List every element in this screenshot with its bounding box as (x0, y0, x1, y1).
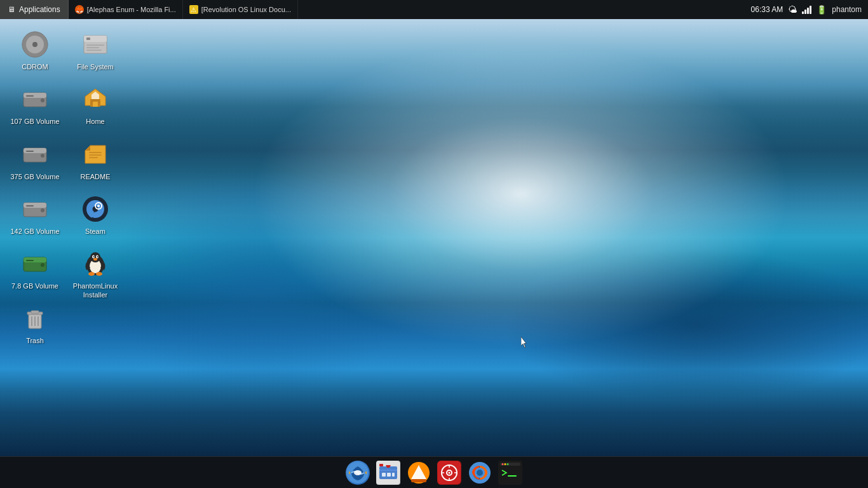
desktop-icon-cdrom[interactable]: CDROM (6, 25, 64, 75)
svg-rect-30 (86, 47, 99, 48)
142gb-icon (20, 194, 50, 224)
readme-label: README (80, 172, 110, 181)
107gb-label: 107 GB Volume (10, 117, 59, 126)
svg-rect-54 (382, 473, 386, 477)
trash-icon (20, 303, 50, 334)
svg-point-49 (96, 272, 102, 276)
svg-point-64 (449, 471, 451, 473)
dock-item-firefox[interactable] (465, 458, 494, 487)
107gb-icon (20, 84, 50, 114)
svg-rect-19 (26, 260, 34, 261)
app-menu-icon: 🖥 (8, 5, 15, 14)
svg-rect-28 (86, 37, 90, 40)
svg-point-71 (502, 463, 504, 465)
svg-point-10 (41, 154, 44, 158)
desktop-icon-trash[interactable]: Trash (6, 299, 64, 349)
filezilla-icon (376, 461, 400, 485)
svg-point-14 (41, 208, 44, 212)
signal-bar-3 (807, 8, 809, 14)
taskbar-left: 🖥 Applications 🦊 [Alephas Enum - Mozilla… (0, 0, 745, 19)
svg-rect-55 (387, 473, 391, 477)
filesystem-label: File System (77, 62, 113, 71)
desktop-area: CDROM 107 GB Volume (0, 19, 178, 456)
svg-rect-56 (392, 473, 395, 477)
375gb-icon (20, 139, 50, 170)
svg-point-48 (88, 272, 95, 276)
svg-point-42 (90, 252, 100, 262)
svg-rect-15 (26, 205, 34, 207)
desktop-icon-column-2: File System Home (67, 25, 124, 309)
username-label: phantom (832, 5, 862, 14)
taskbar-window-doc[interactable]: ⚠ [Revolution OS Linux Docu... (183, 0, 298, 19)
svg-rect-34 (89, 152, 102, 153)
svg-rect-7 (26, 95, 34, 97)
thunderbird-icon (346, 461, 370, 485)
cdrom-icon (20, 29, 50, 60)
firefox-window-label: [Alephas Enum - Mozilla Fi... (87, 6, 176, 13)
taskbar-top: 🖥 Applications 🦊 [Alephas Enum - Mozilla… (0, 0, 868, 19)
svg-point-68 (477, 470, 483, 476)
terminal-icon (498, 461, 522, 485)
desktop-icon-filesystem[interactable]: File System (67, 25, 124, 75)
svg-rect-60 (411, 479, 426, 482)
svg-rect-74 (508, 475, 517, 477)
dock-item-isomaster[interactable] (435, 458, 464, 487)
desktop-icon-107gb[interactable]: 107 GB Volume (6, 80, 64, 130)
taskbar-windows: 🦊 [Alephas Enum - Mozilla Fi... ⚠ [Revol… (69, 0, 745, 19)
desktop-icon-steam[interactable]: Steam (67, 190, 124, 240)
svg-rect-22 (31, 311, 39, 313)
dock-item-terminal[interactable] (496, 458, 525, 487)
svg-point-2 (32, 42, 37, 47)
svg-point-6 (41, 98, 44, 102)
dock-item-filezilla[interactable] (374, 458, 403, 487)
142gb-label: 142 GB Volume (10, 227, 59, 236)
desktop-icon-7gb[interactable]: 7.8 GB Volume (6, 245, 64, 294)
taskbar-window-firefox[interactable]: 🦊 [Alephas Enum - Mozilla Fi... (69, 0, 183, 19)
vlc-icon (407, 461, 431, 485)
dock (0, 456, 868, 488)
svg-rect-29 (86, 44, 104, 46)
svg-point-18 (41, 263, 44, 267)
app-menu-label: Applications (19, 5, 60, 14)
svg-point-45 (93, 256, 95, 257)
7gb-icon (20, 248, 50, 279)
isomaster-icon (437, 461, 461, 485)
7gb-label: 7.8 GB Volume (11, 281, 58, 290)
firefox-taskbar-icon: 🦊 (75, 5, 84, 14)
filesystem-icon (80, 29, 111, 60)
taskbar-time: 06:33 AM (751, 5, 783, 14)
dock-item-vlc[interactable] (404, 458, 433, 487)
375gb-label: 375 GB Volume (10, 172, 59, 181)
svg-point-51 (354, 470, 362, 475)
svg-point-72 (505, 463, 506, 465)
svg-point-73 (507, 463, 509, 465)
phantomlinux-label: PhantomLinux Installer (69, 281, 121, 300)
signal-bar-4 (810, 6, 811, 14)
desktop-icon-readme[interactable]: README (67, 135, 124, 185)
svg-rect-31 (86, 50, 102, 51)
desktop-icon-375gb[interactable]: 375 GB Volume (6, 135, 64, 185)
doc-taskbar-icon: ⚠ (189, 5, 198, 14)
firefox-icon (468, 461, 492, 485)
svg-point-46 (97, 256, 98, 257)
svg-rect-36 (89, 157, 98, 158)
trash-label: Trash (26, 336, 44, 345)
readme-icon (80, 139, 111, 170)
taskbar-right: 06:33 AM 🌤 🔋 phantom (745, 0, 868, 19)
applications-menu[interactable]: 🖥 Applications (0, 0, 69, 19)
signal-icon (802, 5, 811, 14)
desktop-icon-phantomlinux[interactable]: PhantomLinux Installer (67, 245, 124, 304)
desktop-icon-home[interactable]: Home (67, 80, 124, 130)
desktop-icon-142gb[interactable]: 142 GB Volume (6, 190, 64, 240)
dock-item-thunderbird[interactable] (343, 458, 372, 487)
signal-bar-1 (802, 11, 804, 14)
tux-icon (80, 248, 111, 279)
svg-point-39 (97, 205, 100, 207)
svg-rect-11 (26, 151, 34, 152)
battery-icon: 🔋 (817, 5, 827, 15)
svg-rect-57 (379, 464, 383, 466)
steam-icon (80, 194, 111, 224)
doc-window-label: [Revolution OS Linux Docu... (201, 6, 291, 13)
home-folder-icon (80, 84, 111, 114)
home-label: Home (86, 117, 104, 126)
